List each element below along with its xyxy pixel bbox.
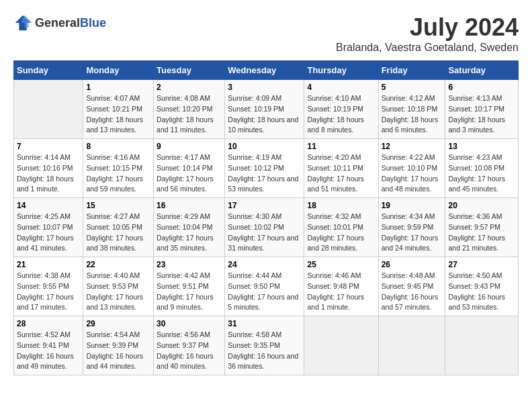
day-info: Sunrise: 4:42 AM Sunset: 9:51 PM Dayligh… [157, 271, 222, 313]
sunrise-text: Sunrise: 4:36 AM [448, 212, 502, 220]
calendar-week-row: 7 Sunrise: 4:14 AM Sunset: 10:16 PM Dayl… [14, 139, 519, 198]
logo-icon [13, 13, 32, 32]
day-info: Sunrise: 4:50 AM Sunset: 9:43 PM Dayligh… [448, 271, 515, 313]
sunset-text: Sunset: 9:35 PM [228, 341, 280, 349]
sunset-text: Sunset: 10:02 PM [228, 223, 283, 231]
sunrise-text: Sunrise: 4:14 AM [17, 153, 71, 161]
daylight-text: Daylight: 17 hours and 17 minutes. [17, 293, 74, 312]
calendar-cell: 15 Sunrise: 4:27 AM Sunset: 10:05 PM Day… [83, 198, 154, 257]
calendar-cell: 10 Sunrise: 4:19 AM Sunset: 10:12 PM Day… [225, 139, 304, 198]
day-info: Sunrise: 4:10 AM Sunset: 10:19 PM Daylig… [307, 93, 375, 136]
calendar-cell: 18 Sunrise: 4:32 AM Sunset: 10:01 PM Day… [304, 198, 378, 257]
daylight-text: Daylight: 17 hours and 31 minutes. [228, 234, 298, 253]
day-info: Sunrise: 4:54 AM Sunset: 9:39 PM Dayligh… [86, 330, 150, 372]
daylight-text: Daylight: 18 hours and 11 minutes. [157, 116, 214, 134]
daylight-text: Daylight: 17 hours and 13 minutes. [86, 293, 143, 312]
sunset-text: Sunset: 10:08 PM [448, 164, 504, 172]
sunset-text: Sunset: 10:15 PM [86, 164, 142, 172]
day-number: 25 [307, 260, 375, 269]
sunset-text: Sunset: 10:21 PM [86, 105, 142, 113]
weekday-header-monday: Monday [83, 61, 154, 80]
sunrise-text: Sunrise: 4:22 AM [382, 153, 435, 161]
daylight-text: Daylight: 17 hours and 41 minutes. [17, 234, 74, 253]
daylight-text: Daylight: 17 hours and 21 minutes. [448, 234, 505, 253]
sunset-text: Sunset: 9:48 PM [307, 282, 359, 290]
sunset-text: Sunset: 10:19 PM [307, 105, 363, 113]
day-info: Sunrise: 4:58 AM Sunset: 9:35 PM Dayligh… [228, 330, 301, 372]
day-number: 3 [228, 83, 301, 92]
day-info: Sunrise: 4:23 AM Sunset: 10:08 PM Daylig… [448, 152, 515, 195]
calendar-cell: 8 Sunrise: 4:16 AM Sunset: 10:15 PM Dayl… [83, 139, 154, 198]
sunrise-text: Sunrise: 4:52 AM [17, 330, 71, 338]
sunset-text: Sunset: 10:01 PM [307, 223, 363, 231]
calendar-cell: 16 Sunrise: 4:29 AM Sunset: 10:04 PM Day… [154, 198, 225, 257]
weekday-header-friday: Friday [378, 61, 445, 80]
sunset-text: Sunset: 9:37 PM [157, 341, 209, 349]
day-number: 20 [448, 201, 515, 210]
sunrise-text: Sunrise: 4:44 AM [228, 271, 281, 279]
calendar-cell: 12 Sunrise: 4:22 AM Sunset: 10:10 PM Day… [378, 139, 445, 198]
sunrise-text: Sunrise: 4:38 AM [17, 271, 71, 279]
daylight-text: Daylight: 16 hours and 53 minutes. [448, 293, 505, 312]
day-info: Sunrise: 4:09 AM Sunset: 10:19 PM Daylig… [228, 93, 301, 136]
logo: GeneralBlue [13, 13, 106, 32]
day-info: Sunrise: 4:34 AM Sunset: 9:59 PM Dayligh… [382, 212, 443, 254]
sunrise-text: Sunrise: 4:46 AM [307, 271, 361, 279]
day-number: 31 [228, 319, 301, 328]
daylight-text: Daylight: 18 hours and 10 minutes. [228, 116, 298, 134]
daylight-text: Daylight: 18 hours and 6 minutes. [382, 116, 439, 134]
day-info: Sunrise: 4:56 AM Sunset: 9:37 PM Dayligh… [157, 330, 222, 372]
sunrise-text: Sunrise: 4:54 AM [86, 330, 140, 338]
calendar-cell [14, 80, 83, 139]
daylight-text: Daylight: 17 hours and 38 minutes. [86, 234, 143, 253]
sunset-text: Sunset: 9:55 PM [17, 282, 69, 290]
day-number: 12 [382, 142, 443, 151]
daylight-text: Daylight: 17 hours and 51 minutes. [307, 175, 364, 193]
day-info: Sunrise: 4:44 AM Sunset: 9:50 PM Dayligh… [228, 271, 301, 313]
daylight-text: Daylight: 16 hours and 40 minutes. [157, 352, 214, 371]
day-info: Sunrise: 4:25 AM Sunset: 10:07 PM Daylig… [17, 212, 80, 254]
day-number: 16 [157, 201, 222, 210]
calendar-cell: 4 Sunrise: 4:10 AM Sunset: 10:19 PM Dayl… [304, 80, 378, 139]
sunset-text: Sunset: 9:50 PM [228, 282, 280, 290]
calendar-cell: 14 Sunrise: 4:25 AM Sunset: 10:07 PM Day… [14, 198, 83, 257]
day-info: Sunrise: 4:29 AM Sunset: 10:04 PM Daylig… [157, 212, 222, 254]
day-info: Sunrise: 4:27 AM Sunset: 10:05 PM Daylig… [86, 212, 150, 254]
day-info: Sunrise: 4:20 AM Sunset: 10:11 PM Daylig… [307, 152, 375, 195]
day-info: Sunrise: 4:13 AM Sunset: 10:17 PM Daylig… [448, 93, 515, 136]
daylight-text: Daylight: 16 hours and 36 minutes. [228, 352, 298, 371]
daylight-text: Daylight: 17 hours and 28 minutes. [307, 234, 364, 253]
day-number: 29 [86, 319, 150, 328]
calendar-cell: 6 Sunrise: 4:13 AM Sunset: 10:17 PM Dayl… [445, 80, 519, 139]
calendar-cell: 26 Sunrise: 4:48 AM Sunset: 9:45 PM Dayl… [378, 257, 445, 316]
sunset-text: Sunset: 10:12 PM [228, 164, 283, 172]
day-number: 5 [382, 83, 443, 92]
calendar-week-row: 1 Sunrise: 4:07 AM Sunset: 10:21 PM Dayl… [14, 80, 519, 139]
day-number: 13 [448, 142, 515, 151]
day-number: 23 [157, 260, 222, 269]
sunset-text: Sunset: 10:18 PM [382, 105, 437, 113]
daylight-text: Daylight: 17 hours and 59 minutes. [86, 175, 143, 193]
calendar-cell: 9 Sunrise: 4:17 AM Sunset: 10:14 PM Dayl… [154, 139, 225, 198]
sunrise-text: Sunrise: 4:27 AM [86, 212, 140, 220]
daylight-text: Daylight: 18 hours and 3 minutes. [448, 116, 505, 134]
sunrise-text: Sunrise: 4:07 AM [86, 94, 140, 102]
sunrise-text: Sunrise: 4:25 AM [17, 212, 71, 220]
sunrise-text: Sunrise: 4:42 AM [157, 271, 210, 279]
sunset-text: Sunset: 10:19 PM [228, 105, 283, 113]
main-title: July 2024 [336, 13, 519, 42]
day-number: 22 [86, 260, 150, 269]
sunset-text: Sunset: 10:16 PM [17, 164, 73, 172]
calendar-week-row: 21 Sunrise: 4:38 AM Sunset: 9:55 PM Dayl… [14, 257, 519, 316]
title-block: July 2024 Bralanda, Vaestra Goetaland, S… [336, 13, 519, 54]
daylight-text: Daylight: 16 hours and 44 minutes. [86, 352, 143, 371]
sunset-text: Sunset: 9:45 PM [382, 282, 434, 290]
daylight-text: Daylight: 17 hours and 48 minutes. [382, 175, 439, 193]
calendar-cell: 5 Sunrise: 4:12 AM Sunset: 10:18 PM Dayl… [378, 80, 445, 139]
calendar-cell: 19 Sunrise: 4:34 AM Sunset: 9:59 PM Dayl… [378, 198, 445, 257]
daylight-text: Daylight: 17 hours and 53 minutes. [228, 175, 298, 193]
day-number: 7 [17, 142, 80, 151]
weekday-header-tuesday: Tuesday [154, 61, 225, 80]
calendar-cell: 22 Sunrise: 4:40 AM Sunset: 9:53 PM Dayl… [83, 257, 154, 316]
sunrise-text: Sunrise: 4:20 AM [307, 153, 361, 161]
